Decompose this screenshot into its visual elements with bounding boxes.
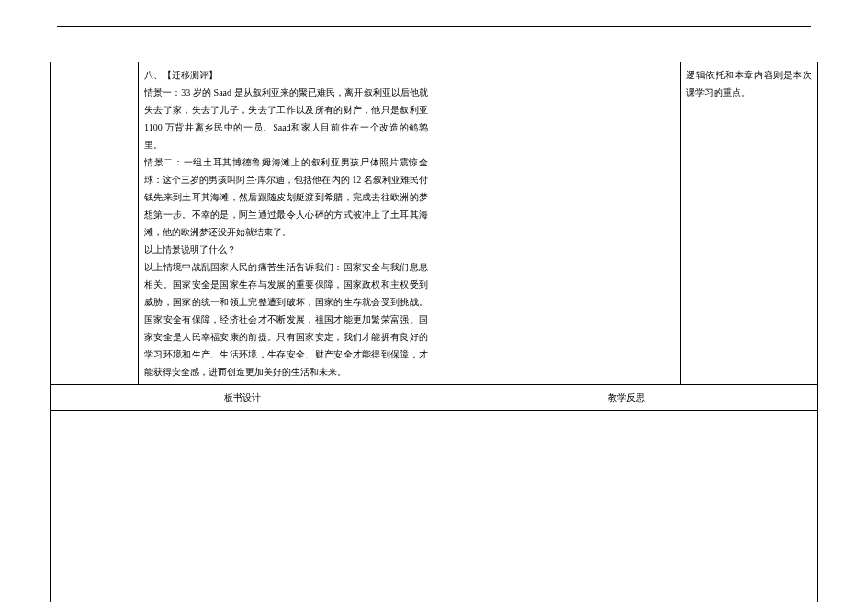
upper-mid-empty (434, 62, 681, 385)
reflect-area (434, 411, 818, 603)
header-reflect: 教学反思 (434, 385, 818, 411)
upper-main-cell: 八、【迁移测评】情景一：33 岁的 Saad 是从叙利亚来的聚已难民，离开叙利亚… (139, 62, 434, 385)
header-design-label: 板书设计 (224, 392, 261, 403)
upper-main-text: 八、【迁移测评】情景一：33 岁的 Saad 是从叙利亚来的聚已难民，离开叙利亚… (144, 66, 428, 381)
page-top-rule (57, 26, 811, 27)
upper-right-cell: 逻辑依托和本章内容则是本次课学习的重点。 (681, 62, 818, 385)
header-design: 板书设计 (51, 385, 434, 411)
upper-left-empty (51, 62, 139, 385)
document-table: 八、【迁移测评】情景一：33 岁的 Saad 是从叙利亚来的聚已难民，离开叙利亚… (50, 62, 818, 602)
design-area (51, 411, 434, 603)
section-header-row: 板书设计 教学反思 (51, 385, 818, 411)
content-row: 八、【迁移测评】情景一：33 岁的 Saad 是从叙利亚来的聚已难民，离开叙利亚… (51, 62, 818, 385)
upper-right-text: 逻辑依托和本章内容则是本次课学习的重点。 (686, 66, 812, 101)
blank-row (51, 411, 818, 603)
header-reflect-label: 教学反思 (608, 392, 645, 403)
